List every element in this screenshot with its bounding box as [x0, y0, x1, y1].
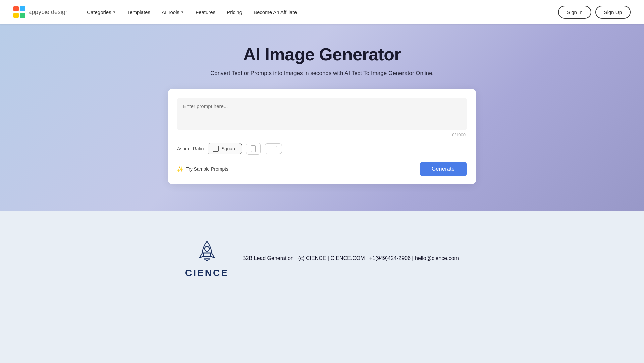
logo[interactable]: appypie design	[13, 6, 69, 18]
aspect-ratio-label: Aspect Ratio	[177, 146, 204, 151]
nav-links: Categories ▼ Templates AI Tools ▼ Featur…	[82, 7, 558, 18]
aspect-option-portrait[interactable]	[246, 143, 261, 155]
svg-rect-2	[13, 13, 19, 18]
prompt-input[interactable]	[183, 103, 461, 124]
char-count: 0/1000	[177, 132, 467, 137]
svg-rect-0	[13, 6, 19, 11]
card-footer: ✨ Try Sample Prompts Generate	[177, 162, 467, 176]
try-sample-button[interactable]: ✨ Try Sample Prompts	[177, 166, 228, 172]
wand-icon: ✨	[177, 166, 184, 172]
chevron-down-icon: ▼	[181, 10, 184, 14]
nav-item-features[interactable]: Features	[191, 7, 220, 18]
aspect-option-square[interactable]: Square	[208, 143, 241, 154]
prompt-area	[177, 98, 467, 130]
generator-card: 0/1000 Aspect Ratio Square ✨ Try Sample …	[168, 89, 476, 184]
svg-point-4	[205, 246, 209, 251]
svg-point-7	[208, 258, 210, 260]
square-icon	[213, 146, 219, 152]
cience-info: B2B Lead Generation | (c) CIENCE | CIENC…	[242, 254, 459, 263]
nav-item-categories[interactable]: Categories ▼	[82, 7, 120, 18]
chevron-down-icon: ▼	[113, 10, 116, 14]
hero-title: AI Image Generator	[243, 44, 401, 64]
appypie-logo-icon	[13, 6, 25, 18]
nav-item-pricing[interactable]: Pricing	[222, 7, 247, 18]
signin-button[interactable]: Sign In	[558, 6, 591, 19]
svg-rect-3	[20, 13, 25, 18]
aspect-ratio-row: Aspect Ratio Square	[177, 143, 467, 155]
portrait-icon	[251, 145, 256, 152]
cience-promo: CIENCE B2B Lead Generation | (c) CIENCE …	[185, 238, 459, 278]
nav-auth: Sign In Sign Up	[558, 6, 631, 19]
navbar: appypie design Categories ▼ Templates AI…	[0, 0, 644, 24]
cience-rocket-icon	[194, 238, 220, 265]
cience-name: CIENCE	[185, 268, 229, 278]
landscape-icon	[270, 146, 277, 151]
nav-item-ai-tools[interactable]: AI Tools ▼	[157, 7, 189, 18]
nav-item-templates[interactable]: Templates	[123, 7, 155, 18]
hero-section: AI Image Generator Convert Text or Promp…	[0, 24, 644, 211]
svg-rect-1	[20, 6, 25, 11]
generate-button[interactable]: Generate	[420, 162, 467, 176]
nav-item-affiliate[interactable]: Become An Affiliate	[249, 7, 302, 18]
cience-logo: CIENCE	[185, 238, 229, 278]
hero-subtitle: Convert Text or Prompts into Images in s…	[210, 70, 434, 77]
aspect-option-landscape[interactable]	[265, 143, 282, 154]
signup-button[interactable]: Sign Up	[595, 6, 631, 19]
content-area: CIENCE B2B Lead Generation | (c) CIENCE …	[0, 211, 644, 305]
logo-text: appypie design	[28, 9, 69, 16]
